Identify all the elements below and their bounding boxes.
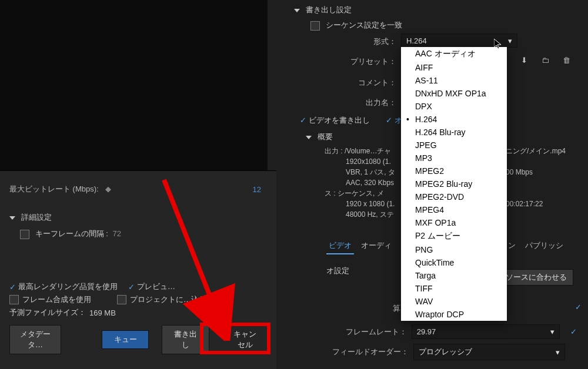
export-audio-check[interactable]: オ (386, 115, 402, 126)
format-option[interactable]: QuickTime (401, 256, 507, 269)
preset-icons: ⬇ 🗀 🗑 (517, 54, 573, 66)
check-icon (300, 116, 309, 125)
advanced-section: 詳細設定 (0, 200, 276, 225)
est-size-value: 169 MB (89, 308, 116, 317)
metadata-button[interactable]: メタデータ… (9, 325, 61, 354)
match-source-button[interactable]: ソースに合わせる (499, 269, 573, 286)
format-option[interactable]: MPEG2 (401, 165, 507, 177)
summary-tails: ニング/メイン.mp4 00 Mbps 00:02:17:22 (506, 146, 566, 209)
keyframe-checkbox[interactable] (20, 230, 29, 239)
format-label: 形式： (347, 36, 401, 47)
keyframe-value: 72 (112, 229, 121, 238)
match-sequence-checkbox[interactable] (310, 21, 320, 31)
format-option[interactable]: MXF OP1a (401, 216, 507, 229)
frame-blend-checkbox[interactable] (9, 295, 19, 304)
format-option[interactable]: Wraptor DCP (401, 308, 507, 321)
format-dropdown[interactable]: H.264 ▾ (401, 33, 517, 48)
format-option[interactable]: MPEG2-DVD (401, 190, 507, 203)
bitrate-slider-icon[interactable]: ◆ (105, 184, 111, 193)
format-dropdown-value: H.264 (406, 36, 427, 45)
check-icon (570, 327, 579, 336)
format-option[interactable]: JPEG (401, 139, 507, 152)
tab-video[interactable]: ビデオ (326, 238, 354, 254)
output-name-label: 出力名： (350, 98, 401, 108)
format-option[interactable]: TIFF (401, 282, 507, 295)
format-option[interactable]: DNxHD MXF OP1a (401, 87, 507, 100)
fieldorder-select[interactable]: プログレッシブ▾ (413, 344, 565, 360)
chevron-down-icon (294, 9, 300, 12)
format-option[interactable]: MPEG2 Blu-ray (401, 177, 507, 190)
summary-output-label: 出力 : (325, 147, 343, 155)
chevron-down-icon: ▾ (508, 36, 512, 45)
import-project-checkbox[interactable] (117, 295, 126, 304)
format-option[interactable]: AS-11 (401, 74, 507, 87)
match-sequence-label: シーケンス設定を一致 (326, 21, 402, 29)
chevron-down-icon: ▾ (556, 348, 560, 357)
format-option[interactable]: MPEG4 (401, 203, 507, 216)
framerate-select[interactable]: 29.97▾ (412, 324, 560, 339)
max-bitrate-value[interactable]: 12 (253, 185, 267, 194)
format-dropdown-menu[interactable]: AAC オーディオAIFFAS-11DNxHD MXF OP1aDPXH.264… (401, 47, 507, 321)
advanced-title: 詳細設定 (21, 213, 52, 222)
chevron-down-icon: ▾ (550, 327, 554, 336)
queue-button[interactable]: キュー (102, 330, 149, 349)
format-option[interactable]: DPX (401, 100, 507, 113)
keyframe-label: キーフレームの間隔 : (35, 229, 108, 238)
check-icon[interactable] (128, 283, 137, 291)
check-icon[interactable] (9, 283, 18, 291)
summary-body: 出力 : /Volume…チャ 1920x1080 (1. VBR, 1 パス,… (325, 146, 395, 220)
format-option[interactable]: PNG (401, 243, 507, 256)
import-preset-icon[interactable]: 🗀 (539, 54, 552, 66)
format-option[interactable]: WAV (401, 295, 507, 308)
format-option[interactable]: AIFF (401, 61, 507, 74)
check-icon (386, 116, 395, 125)
format-option[interactable]: P2 ムービー (401, 229, 507, 243)
preset-label: プリセット： (333, 56, 401, 67)
save-preset-icon[interactable]: ⬇ (517, 54, 530, 66)
summary-section: 概要 (306, 132, 333, 142)
format-option[interactable]: MP3 (401, 152, 507, 165)
fieldorder-row: フィールドオーダー： プログレッシブ▾ (326, 344, 579, 360)
chevron-down-icon (9, 216, 15, 220)
max-bitrate-label: 最大ビットレート (Mbps): (9, 184, 103, 193)
est-size-label: 予測ファイルサイズ： (9, 307, 86, 318)
chevron-down-icon (306, 136, 312, 139)
summary-source-label: ス : (325, 189, 336, 197)
keyframe-row[interactable]: キーフレームの間隔 : 72 (0, 225, 276, 243)
summary-title: 概要 (318, 132, 333, 141)
tab-publish[interactable]: パブリッシ (523, 238, 566, 254)
format-option[interactable]: H.264 Blu-ray (401, 126, 507, 139)
comment-label: コメント： (345, 78, 401, 88)
format-option[interactable]: H.264 (401, 113, 507, 126)
delete-preset-icon[interactable]: 🗑 (560, 54, 573, 66)
match-sequence-row[interactable]: シーケンス設定を一致 (310, 20, 402, 31)
check-icon: ✓ (575, 303, 582, 311)
format-option[interactable]: Targa (401, 269, 507, 282)
framerate-row: フレームレート： 29.97▾ (326, 324, 579, 339)
video-preview-area (0, 0, 268, 170)
annotation-export-highlight (200, 323, 270, 354)
export-settings-title: 書き出し設定 (306, 5, 352, 14)
section-export-settings: 書き出し設定 (294, 5, 352, 15)
tab-audio[interactable]: オーディ (359, 238, 394, 254)
export-video-check[interactable]: ビデオを書き出し (300, 115, 370, 126)
format-option[interactable]: AAC オーディオ (401, 47, 507, 61)
